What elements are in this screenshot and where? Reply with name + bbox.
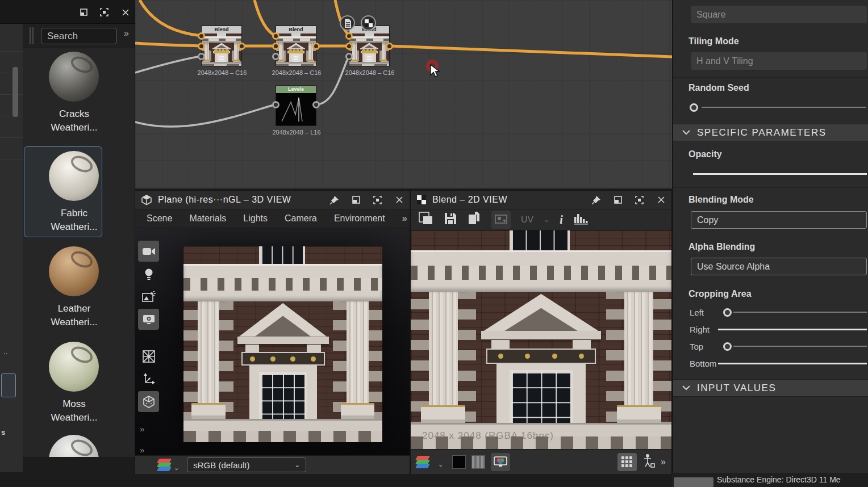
menu-camera[interactable]: Camera (285, 213, 317, 224)
material-item-moss[interactable]: MossWeatheri... (23, 342, 135, 433)
pin-icon[interactable] (329, 195, 339, 205)
material-item-leather[interactable]: LeatherWeatheri... (23, 246, 135, 337)
menu-overflow[interactable]: » (402, 213, 407, 224)
geometry-cube-button[interactable] (138, 391, 159, 412)
uv-dropdown-chevron[interactable]: ⌄ (544, 216, 549, 224)
tiling-mode-dropdown[interactable]: H and V Tiling (691, 52, 867, 70)
crop-left-track[interactable] (733, 312, 867, 313)
uv-mode-label[interactable]: UV (521, 215, 533, 225)
environment-image-button[interactable] (138, 286, 159, 307)
collapsed-section-marks[interactable]: » (140, 445, 143, 455)
collapsed-section-marks[interactable]: » (140, 424, 143, 434)
save-icon[interactable] (444, 212, 457, 228)
output-port[interactable] (312, 101, 320, 108)
output-port[interactable] (312, 43, 320, 50)
display-settings-button[interactable] (138, 309, 159, 330)
strip-selected-item[interactable] (1, 373, 16, 397)
uv-grid-button[interactable] (138, 346, 159, 367)
copy-icon[interactable] (468, 211, 481, 228)
2d-viewport[interactable]: 2048 x 2048 (RGBA 16bpc) (411, 230, 671, 449)
maximize-window-icon[interactable] (99, 7, 109, 17)
colorspace-layers-icon[interactable] (416, 455, 431, 469)
random-seed-knob[interactable] (690, 103, 698, 112)
crop-top-knob[interactable] (723, 342, 732, 351)
input-port[interactable] (345, 32, 353, 40)
3d-view-titlebar[interactable]: Plane (hi-res···nGL – 3D VIEW (135, 191, 410, 209)
mannequin-scale-icon[interactable] (642, 454, 655, 471)
input-port[interactable] (345, 43, 353, 50)
vertical-scrollbar[interactable] (12, 67, 18, 117)
float-window-icon[interactable] (613, 195, 623, 205)
facade-upper-window (259, 246, 305, 264)
section-specific-parameters[interactable]: SPECIFIC PARAMETERS (673, 124, 868, 141)
material-item-fabric[interactable]: FabricWeatheri... (23, 151, 135, 242)
menu-scene[interactable]: Scene (147, 213, 172, 224)
search-expand-button[interactable]: » (124, 28, 129, 39)
export-image-button[interactable] (491, 211, 511, 229)
output-port[interactable] (238, 43, 245, 50)
pattern-dropdown[interactable]: Square (691, 6, 867, 23)
camera-view-button[interactable] (138, 241, 159, 262)
input-port[interactable] (345, 53, 353, 60)
new-view-icon[interactable] (419, 212, 433, 228)
pin-icon[interactable] (591, 195, 601, 205)
input-port[interactable] (272, 53, 279, 60)
node-preview-overlay-button[interactable] (361, 15, 376, 31)
input-port[interactable] (198, 53, 205, 60)
search-input[interactable] (41, 28, 117, 44)
maximize-window-icon[interactable] (373, 195, 382, 205)
maximize-window-icon[interactable] (635, 195, 644, 205)
crop-left-knob[interactable] (723, 308, 732, 317)
2d-view-titlebar[interactable]: Blend – 2D VIEW (411, 191, 671, 209)
float-window-icon[interactable] (78, 7, 88, 17)
input-port[interactable] (272, 43, 279, 50)
blending-mode-dropdown[interactable]: Copy (691, 211, 867, 229)
menu-materials[interactable]: Materials (189, 213, 226, 224)
input-port[interactable] (272, 101, 279, 108)
histogram-icon[interactable] (573, 212, 589, 227)
input-port[interactable] (198, 43, 205, 50)
light-button[interactable] (138, 263, 159, 284)
input-port[interactable] (272, 32, 279, 40)
texture-size-watermark: 2048 x 2048 (RGBA 16bpc) (422, 430, 554, 442)
pattern-swatch[interactable] (471, 455, 485, 469)
material-item-partial[interactable] (23, 435, 135, 457)
menu-environment[interactable]: Environment (334, 213, 385, 224)
menu-lights[interactable]: Lights (243, 213, 268, 224)
material-library-list: CracksWeatheri... FabricWeatheri... Leat… (23, 48, 135, 457)
background-color-swatch[interactable] (452, 455, 466, 469)
colorspace-layers-icon[interactable] (158, 458, 173, 472)
alpha-blending-dropdown[interactable]: Use Source Alpha (691, 258, 867, 275)
display-rgb-button[interactable] (491, 453, 510, 471)
section-input-values[interactable]: INPUT VALUES (673, 379, 868, 397)
node-doc-overlay-button[interactable] (340, 15, 355, 31)
input-port[interactable] (198, 32, 205, 40)
3d-viewport[interactable]: » » (135, 228, 410, 455)
panel-2d-view: Blend – 2D VIEW (410, 190, 672, 474)
material-item-cracks[interactable]: CracksWeatheri... (23, 52, 135, 142)
crop-bottom-track[interactable] (718, 363, 867, 364)
crop-top-track[interactable] (733, 346, 867, 347)
random-seed-track[interactable] (702, 107, 866, 108)
close-icon[interactable] (394, 195, 404, 205)
float-window-icon[interactable] (351, 195, 361, 205)
node-caption: 2048x2048 – C16 (182, 69, 262, 76)
transform-axis-button[interactable] (138, 368, 159, 389)
bottombar-overflow[interactable]: » (661, 457, 666, 467)
opacity-slider[interactable] (693, 173, 867, 175)
material-thumbnail (49, 246, 99, 296)
graph-node-blend-1[interactable]: Blend 2048x2048 – C16 (201, 26, 242, 66)
close-window-icon[interactable] (120, 7, 130, 17)
graph-node-blend-3[interactable]: Blend 2048x2048 – C16 (349, 26, 390, 66)
node-graph-canvas[interactable]: Blend 2048x2048 – C16 Blend (135, 0, 672, 188)
output-port[interactable] (386, 43, 393, 50)
colorspace-dropdown[interactable]: sRGB (default)⌄ (187, 457, 306, 472)
graph-node-levels[interactable]: Levels 2048x2048 – L16 (276, 85, 316, 126)
close-icon[interactable] (656, 195, 666, 205)
info-icon[interactable]: i (560, 213, 563, 226)
node-thumbnail (349, 33, 389, 66)
crop-right-track[interactable] (718, 329, 867, 330)
2d-view-toolbar: UV ⌄ i (411, 209, 671, 230)
tiling-grid-button[interactable] (617, 453, 637, 471)
graph-node-blend-2[interactable]: Blend 2048x2048 – C16 (276, 26, 316, 66)
